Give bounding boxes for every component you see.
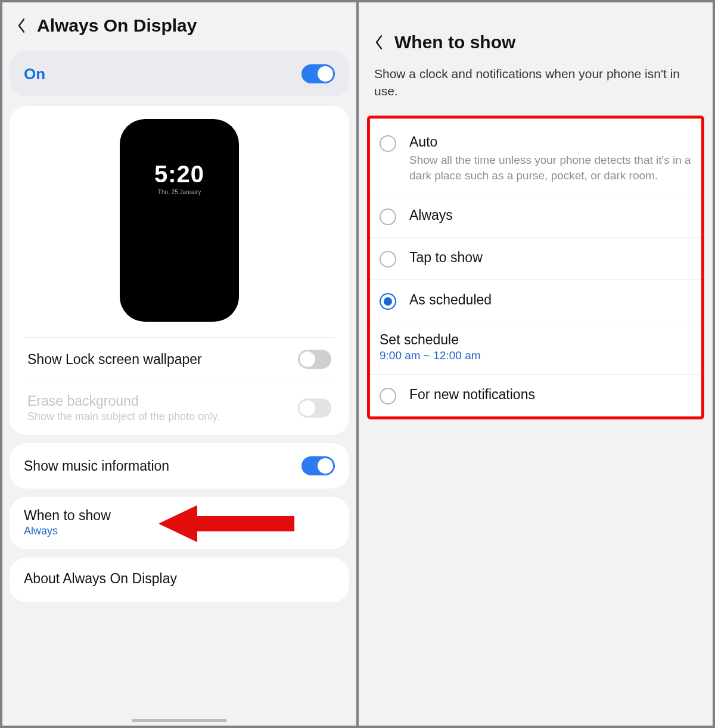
lockscreen-wallpaper-label: Show Lock screen wallpaper — [27, 351, 202, 368]
when-to-show-label: When to show — [24, 508, 335, 524]
radio-icon — [380, 251, 396, 267]
preview-time: 5:20 — [154, 161, 204, 188]
radio-always[interactable]: Always — [370, 195, 701, 237]
set-schedule-row[interactable]: Set schedule 9:00 am ~ 12:00 am — [370, 322, 701, 374]
lockscreen-wallpaper-row[interactable]: Show Lock screen wallpaper — [24, 338, 335, 381]
music-info-row[interactable]: Show music information — [10, 443, 349, 489]
radio-icon — [380, 293, 396, 310]
music-info-toggle[interactable] — [301, 456, 335, 475]
radio-label: For new notifications — [409, 387, 692, 403]
erase-background-row: Erase background Show the main subject o… — [24, 381, 335, 435]
when-to-show-value: Always — [24, 525, 335, 537]
radio-new-notifications[interactable]: For new notifications — [370, 374, 701, 416]
radio-icon — [380, 135, 396, 152]
schedule-label: Set schedule — [380, 332, 692, 348]
right-panel: When to show Show a clock and notificati… — [359, 2, 713, 726]
music-info-label: Show music information — [24, 458, 169, 474]
radio-label: As scheduled — [409, 292, 692, 308]
page-title: When to show — [394, 32, 515, 52]
radio-icon — [380, 209, 396, 225]
phone-preview: 5:20 Thu, 25 January — [120, 119, 239, 322]
on-label: On — [24, 65, 45, 83]
erase-bg-label: Erase background — [27, 393, 220, 409]
preview-date: Thu, 25 January — [158, 189, 201, 195]
about-label: About Always On Display — [24, 571, 177, 587]
when-to-show-row[interactable]: When to show Always — [10, 497, 349, 549]
page-title: Always On Display — [37, 15, 197, 36]
radio-icon — [380, 388, 396, 405]
left-panel: Always On Display On 5:20 Thu, 25 Januar… — [2, 2, 356, 726]
radio-label: Auto — [409, 134, 692, 150]
radio-label: Tap to show — [409, 250, 692, 266]
left-header: Always On Display — [2, 2, 356, 46]
aod-master-toggle-row[interactable]: On — [10, 51, 349, 97]
radio-label: Always — [409, 207, 692, 223]
erase-bg-sub: Show the main subject of the photo only. — [27, 410, 220, 423]
aod-toggle[interactable] — [301, 64, 335, 83]
about-row[interactable]: About Always On Display — [10, 558, 349, 602]
radio-auto[interactable]: Auto Show all the time unless your phone… — [370, 119, 701, 195]
annotation-highlight-box: Auto Show all the time unless your phone… — [367, 116, 704, 419]
preview-card: 5:20 Thu, 25 January Show Lock screen wa… — [10, 106, 349, 435]
radio-tap-to-show[interactable]: Tap to show — [370, 237, 701, 279]
home-indicator — [132, 719, 227, 722]
radio-description: Show all the time unless your phone dete… — [409, 153, 692, 183]
erase-bg-toggle — [298, 399, 331, 418]
radio-as-scheduled[interactable]: As scheduled — [370, 279, 701, 322]
back-icon[interactable] — [17, 17, 26, 34]
lockscreen-wallpaper-toggle[interactable] — [298, 350, 331, 369]
back-icon[interactable] — [374, 34, 384, 51]
page-description: Show a clock and notifications when your… — [359, 62, 713, 112]
right-header: When to show — [359, 2, 713, 62]
schedule-value: 9:00 am ~ 12:00 am — [380, 349, 692, 362]
